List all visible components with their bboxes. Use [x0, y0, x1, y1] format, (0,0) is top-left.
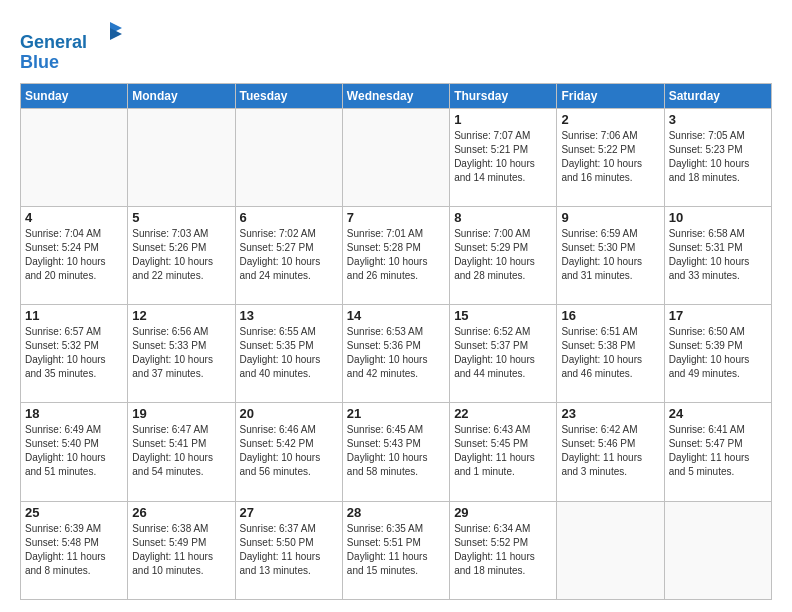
- day-number: 1: [454, 112, 552, 127]
- day-number: 17: [669, 308, 767, 323]
- day-number: 14: [347, 308, 445, 323]
- day-info: Sunrise: 7:00 AM Sunset: 5:29 PM Dayligh…: [454, 227, 552, 283]
- calendar-cell: [342, 108, 449, 206]
- calendar-cell: 23Sunrise: 6:42 AM Sunset: 5:46 PM Dayli…: [557, 403, 664, 501]
- day-number: 18: [25, 406, 123, 421]
- day-info: Sunrise: 6:56 AM Sunset: 5:33 PM Dayligh…: [132, 325, 230, 381]
- calendar-week-row: 25Sunrise: 6:39 AM Sunset: 5:48 PM Dayli…: [21, 501, 772, 599]
- calendar-cell: 26Sunrise: 6:38 AM Sunset: 5:49 PM Dayli…: [128, 501, 235, 599]
- day-info: Sunrise: 6:37 AM Sunset: 5:50 PM Dayligh…: [240, 522, 338, 578]
- day-info: Sunrise: 6:45 AM Sunset: 5:43 PM Dayligh…: [347, 423, 445, 479]
- logo-blue: Blue: [20, 53, 124, 73]
- day-info: Sunrise: 6:50 AM Sunset: 5:39 PM Dayligh…: [669, 325, 767, 381]
- day-number: 19: [132, 406, 230, 421]
- day-info: Sunrise: 6:57 AM Sunset: 5:32 PM Dayligh…: [25, 325, 123, 381]
- day-info: Sunrise: 6:52 AM Sunset: 5:37 PM Dayligh…: [454, 325, 552, 381]
- calendar-cell: [21, 108, 128, 206]
- calendar-cell: 17Sunrise: 6:50 AM Sunset: 5:39 PM Dayli…: [664, 305, 771, 403]
- calendar-cell: 3Sunrise: 7:05 AM Sunset: 5:23 PM Daylig…: [664, 108, 771, 206]
- logo: General Blue: [20, 20, 124, 73]
- calendar-cell: 11Sunrise: 6:57 AM Sunset: 5:32 PM Dayli…: [21, 305, 128, 403]
- calendar-cell: 1Sunrise: 7:07 AM Sunset: 5:21 PM Daylig…: [450, 108, 557, 206]
- day-number: 26: [132, 505, 230, 520]
- day-number: 10: [669, 210, 767, 225]
- day-info: Sunrise: 6:39 AM Sunset: 5:48 PM Dayligh…: [25, 522, 123, 578]
- day-info: Sunrise: 6:47 AM Sunset: 5:41 PM Dayligh…: [132, 423, 230, 479]
- calendar-cell: 6Sunrise: 7:02 AM Sunset: 5:27 PM Daylig…: [235, 206, 342, 304]
- day-number: 29: [454, 505, 552, 520]
- day-info: Sunrise: 6:34 AM Sunset: 5:52 PM Dayligh…: [454, 522, 552, 578]
- day-number: 9: [561, 210, 659, 225]
- calendar-cell: 4Sunrise: 7:04 AM Sunset: 5:24 PM Daylig…: [21, 206, 128, 304]
- logo-general: General: [20, 32, 87, 52]
- day-number: 8: [454, 210, 552, 225]
- calendar-cell: 5Sunrise: 7:03 AM Sunset: 5:26 PM Daylig…: [128, 206, 235, 304]
- day-info: Sunrise: 6:35 AM Sunset: 5:51 PM Dayligh…: [347, 522, 445, 578]
- day-info: Sunrise: 6:38 AM Sunset: 5:49 PM Dayligh…: [132, 522, 230, 578]
- day-number: 11: [25, 308, 123, 323]
- calendar-cell: 18Sunrise: 6:49 AM Sunset: 5:40 PM Dayli…: [21, 403, 128, 501]
- day-number: 13: [240, 308, 338, 323]
- calendar-cell: 10Sunrise: 6:58 AM Sunset: 5:31 PM Dayli…: [664, 206, 771, 304]
- day-number: 24: [669, 406, 767, 421]
- calendar-cell: 29Sunrise: 6:34 AM Sunset: 5:52 PM Dayli…: [450, 501, 557, 599]
- day-info: Sunrise: 7:05 AM Sunset: 5:23 PM Dayligh…: [669, 129, 767, 185]
- calendar-cell: [557, 501, 664, 599]
- day-number: 15: [454, 308, 552, 323]
- day-info: Sunrise: 6:53 AM Sunset: 5:36 PM Dayligh…: [347, 325, 445, 381]
- weekday-header-saturday: Saturday: [664, 83, 771, 108]
- day-number: 3: [669, 112, 767, 127]
- calendar-week-row: 4Sunrise: 7:04 AM Sunset: 5:24 PM Daylig…: [21, 206, 772, 304]
- day-info: Sunrise: 7:04 AM Sunset: 5:24 PM Dayligh…: [25, 227, 123, 283]
- calendar-cell: 14Sunrise: 6:53 AM Sunset: 5:36 PM Dayli…: [342, 305, 449, 403]
- day-info: Sunrise: 7:01 AM Sunset: 5:28 PM Dayligh…: [347, 227, 445, 283]
- day-number: 4: [25, 210, 123, 225]
- page: General Blue SundayMondayTuesdayWednesda…: [0, 0, 792, 612]
- day-number: 16: [561, 308, 659, 323]
- calendar-cell: [664, 501, 771, 599]
- logo-flag-icon: [96, 20, 124, 48]
- calendar-cell: 13Sunrise: 6:55 AM Sunset: 5:35 PM Dayli…: [235, 305, 342, 403]
- day-info: Sunrise: 6:59 AM Sunset: 5:30 PM Dayligh…: [561, 227, 659, 283]
- day-info: Sunrise: 7:02 AM Sunset: 5:27 PM Dayligh…: [240, 227, 338, 283]
- day-number: 12: [132, 308, 230, 323]
- calendar-week-row: 11Sunrise: 6:57 AM Sunset: 5:32 PM Dayli…: [21, 305, 772, 403]
- calendar-cell: 24Sunrise: 6:41 AM Sunset: 5:47 PM Dayli…: [664, 403, 771, 501]
- weekday-header-friday: Friday: [557, 83, 664, 108]
- day-info: Sunrise: 6:49 AM Sunset: 5:40 PM Dayligh…: [25, 423, 123, 479]
- calendar-cell: 15Sunrise: 6:52 AM Sunset: 5:37 PM Dayli…: [450, 305, 557, 403]
- weekday-header-wednesday: Wednesday: [342, 83, 449, 108]
- logo-text: General: [20, 20, 124, 53]
- weekday-header-sunday: Sunday: [21, 83, 128, 108]
- day-number: 28: [347, 505, 445, 520]
- calendar-cell: [128, 108, 235, 206]
- weekday-header-thursday: Thursday: [450, 83, 557, 108]
- calendar-cell: 19Sunrise: 6:47 AM Sunset: 5:41 PM Dayli…: [128, 403, 235, 501]
- calendar-cell: 12Sunrise: 6:56 AM Sunset: 5:33 PM Dayli…: [128, 305, 235, 403]
- calendar-cell: 8Sunrise: 7:00 AM Sunset: 5:29 PM Daylig…: [450, 206, 557, 304]
- calendar-cell: 27Sunrise: 6:37 AM Sunset: 5:50 PM Dayli…: [235, 501, 342, 599]
- day-info: Sunrise: 7:06 AM Sunset: 5:22 PM Dayligh…: [561, 129, 659, 185]
- calendar-table: SundayMondayTuesdayWednesdayThursdayFrid…: [20, 83, 772, 600]
- day-info: Sunrise: 6:43 AM Sunset: 5:45 PM Dayligh…: [454, 423, 552, 479]
- weekday-header-monday: Monday: [128, 83, 235, 108]
- calendar-week-row: 1Sunrise: 7:07 AM Sunset: 5:21 PM Daylig…: [21, 108, 772, 206]
- calendar-cell: [235, 108, 342, 206]
- day-number: 22: [454, 406, 552, 421]
- calendar-cell: 22Sunrise: 6:43 AM Sunset: 5:45 PM Dayli…: [450, 403, 557, 501]
- calendar-cell: 28Sunrise: 6:35 AM Sunset: 5:51 PM Dayli…: [342, 501, 449, 599]
- weekday-header-row: SundayMondayTuesdayWednesdayThursdayFrid…: [21, 83, 772, 108]
- header: General Blue: [20, 16, 772, 73]
- day-info: Sunrise: 6:46 AM Sunset: 5:42 PM Dayligh…: [240, 423, 338, 479]
- calendar-cell: 16Sunrise: 6:51 AM Sunset: 5:38 PM Dayli…: [557, 305, 664, 403]
- day-number: 20: [240, 406, 338, 421]
- day-info: Sunrise: 6:58 AM Sunset: 5:31 PM Dayligh…: [669, 227, 767, 283]
- day-number: 27: [240, 505, 338, 520]
- day-number: 25: [25, 505, 123, 520]
- day-info: Sunrise: 6:42 AM Sunset: 5:46 PM Dayligh…: [561, 423, 659, 479]
- calendar-cell: 7Sunrise: 7:01 AM Sunset: 5:28 PM Daylig…: [342, 206, 449, 304]
- day-number: 6: [240, 210, 338, 225]
- calendar-cell: 20Sunrise: 6:46 AM Sunset: 5:42 PM Dayli…: [235, 403, 342, 501]
- weekday-header-tuesday: Tuesday: [235, 83, 342, 108]
- calendar-cell: 2Sunrise: 7:06 AM Sunset: 5:22 PM Daylig…: [557, 108, 664, 206]
